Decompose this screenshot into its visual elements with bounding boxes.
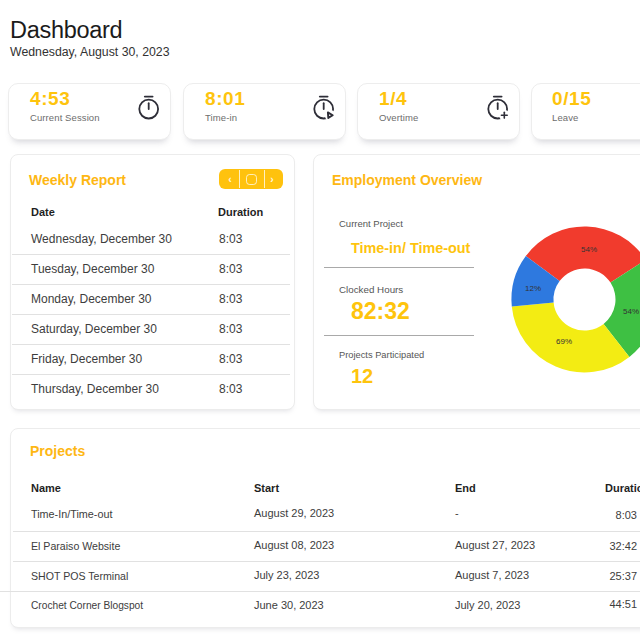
- svg-text:12%: 12%: [525, 284, 541, 293]
- svg-text:54%: 54%: [581, 245, 597, 254]
- svg-text:54%: 54%: [623, 307, 639, 316]
- svg-text:69%: 69%: [556, 337, 572, 346]
